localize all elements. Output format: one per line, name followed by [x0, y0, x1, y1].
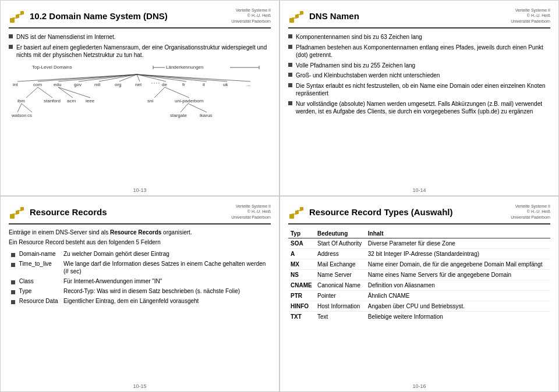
rrt-bedeutung: Pointer — [315, 291, 366, 301]
svg-text:ieee: ieee — [86, 98, 95, 104]
bullet-icon — [288, 45, 292, 49]
col-typ: Typ — [288, 229, 315, 238]
table-row: TXT Text Beliebige weitere Information — [288, 312, 550, 322]
rrt-bedeutung: Host Information — [315, 301, 366, 312]
slide2-title: DNS Namen — [309, 11, 511, 21]
svg-rect-63 — [20, 207, 24, 211]
bullet-item: Er basiert auf einem gegliederten Namens… — [9, 44, 271, 59]
svg-text:...: ... — [246, 82, 250, 87]
slide2-affiliation: Verteilte Systeme II © H.-U. Heiß Univer… — [511, 8, 550, 23]
slide1-affiliation: Verteilte Systeme II © H.-U. Heiß Univer… — [231, 8, 271, 23]
rrt-inhalt: Name eines Name Servers für die angegebe… — [366, 270, 550, 280]
slide4-footer: 10-16 — [412, 383, 426, 389]
table-row: SOA Start Of Authority Diverse Parameter… — [288, 238, 550, 249]
table-row: Domain-name Zu welcher Domain gehört die… — [9, 249, 271, 259]
table-row: A Address 32 bit Integer IP-Adresse (Sta… — [288, 249, 550, 259]
svg-line-21 — [137, 74, 227, 81]
page-grid: 10.2 Domain Name System (DNS) Verteilte … — [0, 0, 559, 392]
svg-text:uni-paderborn: uni-paderborn — [175, 98, 204, 104]
slide4-affiliation: Verteilte Systeme II © H.-U. Heiß Univer… — [511, 204, 550, 219]
svg-text:com: com — [33, 82, 42, 87]
field-name: Type — [9, 286, 61, 296]
svg-text:org: org — [115, 82, 122, 87]
field-desc: Für Internet-Anwendungen immer "IN" — [61, 276, 271, 286]
svg-text:edu: edu — [54, 82, 61, 87]
svg-text:it: it — [203, 82, 206, 87]
svg-text:cs: cs — [27, 113, 32, 118]
svg-text:acm: acm — [67, 98, 76, 104]
rrt-inhalt: Angaben über CPU und Betriebssyst. — [366, 301, 550, 312]
bullet-icon — [11, 280, 15, 284]
slide1-header: 10.2 Domain Name System (DNS) Verteilte … — [9, 8, 271, 28]
slide1-logo — [9, 8, 25, 24]
col-inhalt: Inhalt — [366, 229, 550, 238]
table-row: NS Name Server Name eines Name Servers f… — [288, 270, 550, 280]
bullet-item: Die Syntax erlaubt es nicht festzustelle… — [288, 82, 550, 98]
svg-rect-67 — [295, 211, 299, 214]
svg-text:Top-Level Domains: Top-Level Domains — [32, 65, 72, 70]
rr-intro2: Ein Resource Record besteht aus den folg… — [9, 239, 271, 245]
svg-rect-61 — [10, 214, 15, 219]
slide-rrt: Resource Record Types (Auswahl) Verteilt… — [280, 196, 559, 392]
svg-text:net: net — [135, 82, 142, 87]
slide3-affiliation: Verteilte Systeme II © H.-U. Heiß Univer… — [231, 204, 271, 219]
rrt-inhalt: Ähnlich CNAME — [366, 291, 550, 301]
svg-rect-1 — [16, 15, 19, 18]
bullet-icon — [288, 34, 292, 38]
svg-line-40 — [58, 87, 73, 98]
slide4-title: Resource Record Types (Auswahl) — [309, 207, 511, 217]
svg-line-48 — [17, 104, 22, 112]
rrt-bedeutung: Address — [315, 249, 366, 259]
bullet-icon — [288, 83, 292, 87]
rrt-typ: TXT — [288, 312, 315, 322]
svg-text:ikarus: ikarus — [200, 113, 212, 118]
svg-line-22 — [137, 74, 250, 81]
slide2-logo — [288, 8, 305, 24]
svg-line-49 — [22, 104, 32, 112]
svg-text:uk: uk — [223, 82, 228, 87]
svg-line-17 — [137, 74, 140, 81]
table-row: HINFO Host Information Angaben über CPU … — [288, 301, 550, 312]
svg-rect-66 — [289, 214, 294, 219]
slide4-logo — [288, 204, 305, 220]
svg-rect-57 — [295, 15, 299, 18]
svg-line-45 — [165, 87, 189, 98]
dns-tree-svg: Top-Level Domains Länderkennungen — [9, 63, 265, 130]
table-header-row: Typ Bedeutung Inhalt — [288, 229, 550, 238]
slide1-bullets: DNS ist der Namensdienst im Internet. Er… — [9, 33, 271, 59]
svg-text:int: int — [13, 82, 18, 87]
table-row: Time_to_live Wie lange darf die Informat… — [9, 259, 271, 276]
rrt-inhalt: Diverse Parameter für diese Zone — [366, 238, 550, 249]
table-row: Class Für Internet-Anwendungen immer "IN… — [9, 276, 271, 286]
table-row: CNAME Canonical Name Definition von Alia… — [288, 280, 550, 291]
svg-line-37 — [38, 87, 52, 98]
field-name: Time_to_live — [9, 259, 61, 276]
svg-text:de: de — [162, 82, 167, 87]
rrt-inhalt: 32 bit Integer IP-Adresse (Standardeintr… — [366, 249, 550, 259]
rrt-inhalt: Beliebige weitere Information — [366, 312, 550, 322]
svg-line-36 — [26, 87, 38, 98]
svg-rect-62 — [16, 211, 19, 214]
slide2-bullet-list: Komponentennamen sind bis zu 63 Zeichen … — [288, 33, 550, 116]
bullet-item: Komponentennamen sind bis zu 63 Zeichen … — [288, 33, 550, 41]
bullet-icon — [11, 253, 15, 257]
rrt-bedeutung: Start Of Authority — [315, 238, 366, 249]
rr-fields-table: Domain-name Zu welcher Domain gehört die… — [9, 249, 271, 306]
rrt-typ: SOA — [288, 238, 315, 249]
slide1-footer: 10-13 — [133, 187, 146, 193]
rrt-bedeutung: Text — [315, 312, 366, 322]
svg-text:stargate: stargate — [170, 113, 187, 118]
rrt-bedeutung: Mail Exchange — [315, 259, 366, 270]
svg-rect-68 — [300, 207, 303, 211]
svg-rect-0 — [10, 18, 15, 23]
svg-rect-2 — [20, 11, 24, 15]
rrt-bedeutung: Canonical Name — [315, 280, 366, 291]
col-bedeutung: Bedeutung — [315, 229, 366, 238]
slide3-title: Resource Records — [30, 207, 231, 217]
bullet-icon — [11, 290, 15, 294]
dns-tree-diagram: Top-Level Domains Länderkennungen — [9, 63, 271, 131]
svg-text:sni: sni — [147, 98, 153, 104]
bullet-icon — [11, 300, 15, 304]
rrt-inhalt: Definition von Aliasnamen — [366, 280, 550, 291]
field-name: Class — [9, 276, 61, 286]
